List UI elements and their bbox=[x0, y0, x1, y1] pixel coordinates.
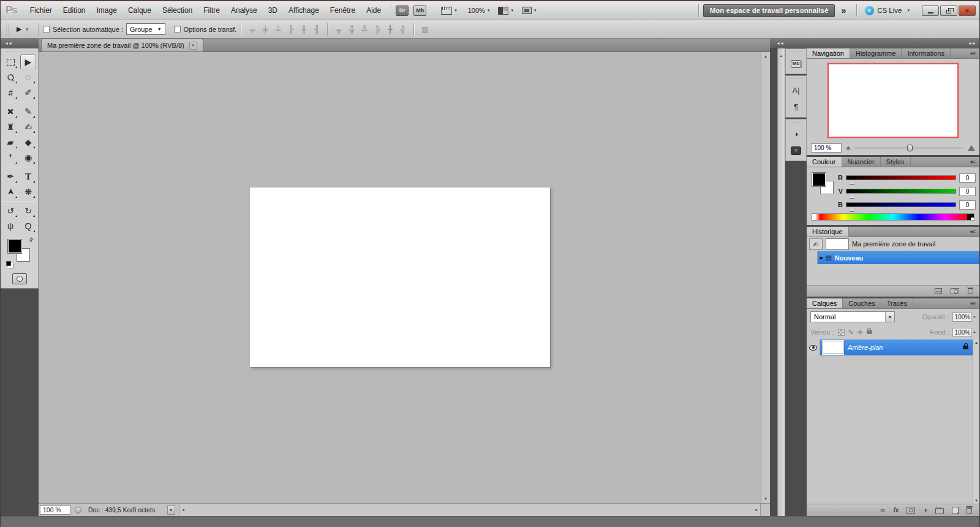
workspace-button[interactable]: Mon espace de travail personnalisé bbox=[703, 4, 835, 17]
close-button[interactable]: × bbox=[959, 6, 976, 16]
channel-value-r[interactable]: 0 bbox=[959, 173, 976, 183]
lock-position-icon[interactable]: ✛ bbox=[858, 329, 863, 336]
distribute-bottom-edges-icon[interactable]: ╩ bbox=[359, 25, 369, 34]
delete-layer-icon[interactable] bbox=[967, 507, 972, 514]
menu-selection[interactable]: Sélection bbox=[157, 4, 198, 17]
menu-image[interactable]: Image bbox=[91, 4, 123, 17]
screen-mode-button[interactable] bbox=[522, 7, 532, 14]
blend-mode-dropdown[interactable]: Normal ▼ bbox=[810, 311, 895, 322]
auto-select-dropdown[interactable]: Groupe ▼ bbox=[126, 23, 165, 35]
mini-bridge-panel-icon[interactable]: Mb bbox=[786, 55, 806, 72]
scroll-up-icon[interactable]: ▴ bbox=[764, 54, 767, 59]
tool-lasso[interactable]: Ϙ bbox=[2, 70, 18, 85]
history-brush-source-icon[interactable]: ✍ bbox=[809, 238, 823, 250]
chevron-down-icon[interactable]: ▾ bbox=[511, 8, 513, 13]
view-extras-button[interactable] bbox=[441, 7, 452, 15]
slider-thumb-icon[interactable] bbox=[850, 178, 854, 184]
restore-button[interactable] bbox=[940, 6, 957, 16]
slider-thumb-icon[interactable] bbox=[850, 192, 854, 198]
new-adjustment-layer-icon[interactable]: ◑ bbox=[923, 507, 927, 514]
lock-all-icon[interactable] bbox=[867, 330, 872, 334]
align-right-edges-icon[interactable]: ╢ bbox=[311, 25, 322, 34]
channel-slider-r[interactable] bbox=[846, 175, 956, 180]
distribute-top-edges-icon[interactable]: ╦ bbox=[333, 25, 344, 34]
slider-thumb-icon[interactable] bbox=[850, 205, 854, 211]
tab-couches[interactable]: Couches bbox=[843, 298, 881, 308]
layer-visibility-cell[interactable] bbox=[807, 339, 820, 355]
zoom-level-button[interactable]: 100% bbox=[468, 7, 485, 14]
lock-transparent-pixels-icon[interactable] bbox=[838, 329, 845, 336]
channel-slider-b[interactable] bbox=[846, 202, 956, 207]
current-tool-preset[interactable]: ▶ ▾ bbox=[13, 24, 34, 34]
tab-traces[interactable]: Tracés bbox=[881, 298, 913, 308]
tool-move[interactable]: ▶ bbox=[20, 55, 36, 69]
dock-strip-grip[interactable] bbox=[788, 51, 804, 53]
delete-state-icon[interactable] bbox=[968, 288, 973, 294]
launch-mini-bridge-button[interactable]: Mb bbox=[413, 6, 426, 16]
history-step-row[interactable]: ▶ ▤ Nouveau bbox=[807, 251, 979, 264]
default-colors-icon[interactable] bbox=[6, 261, 11, 266]
scroll-down-icon[interactable]: ▼ bbox=[974, 499, 978, 502]
distribute-left-edges-icon[interactable]: ╠ bbox=[372, 25, 382, 34]
menu-calque[interactable]: Calque bbox=[123, 4, 157, 17]
new-snapshot-icon[interactable] bbox=[951, 288, 959, 294]
swap-colors-icon[interactable]: ⇄ bbox=[28, 236, 35, 243]
tool-dodge[interactable]: ◉ bbox=[20, 150, 36, 165]
tool-3d-rotate[interactable]: ↺ bbox=[2, 203, 18, 218]
collapse-tools-bar[interactable]: ◄◄ bbox=[1, 39, 39, 48]
navigator-proxy-view[interactable] bbox=[827, 63, 959, 138]
tool-pen[interactable]: ✒ bbox=[2, 169, 18, 184]
masks-panel-icon[interactable]: ○ bbox=[786, 142, 806, 159]
layers-scrollbar[interactable]: ▲ ▼ bbox=[973, 339, 979, 504]
tab-histogramme[interactable]: Histogramme bbox=[850, 48, 902, 58]
channel-value-b[interactable]: 0 bbox=[959, 200, 976, 210]
lock-image-pixels-icon[interactable]: ✎ bbox=[848, 329, 854, 336]
distribute-right-edges-icon[interactable]: ╣ bbox=[398, 25, 408, 34]
history-snapshot-row[interactable]: ✍ Ma première zone de travail bbox=[807, 237, 979, 251]
tab-nuancier[interactable]: Nuancier bbox=[842, 157, 881, 167]
foreground-color-swatch[interactable] bbox=[812, 172, 826, 187]
dock-strip-grip[interactable] bbox=[788, 78, 804, 80]
tool-spot-healing-brush[interactable]: ✚ bbox=[2, 104, 18, 119]
dock-strip-grip[interactable] bbox=[788, 121, 804, 124]
cs-live-button[interactable]: ✳ CS Live ▾ bbox=[865, 6, 912, 15]
tool-3d-orbit[interactable]: ↻ bbox=[20, 203, 36, 218]
character-panel-icon[interactable]: A| bbox=[786, 82, 806, 99]
fill-spinner-icon[interactable]: ▸ bbox=[973, 330, 976, 335]
channel-slider-v[interactable] bbox=[846, 189, 956, 194]
tool-type[interactable]: T bbox=[20, 169, 36, 184]
minimize-button[interactable] bbox=[922, 6, 939, 16]
paragraph-panel-icon[interactable]: ¶ bbox=[786, 99, 806, 115]
quick-mask-button[interactable] bbox=[12, 273, 27, 284]
scroll-right-icon[interactable]: ▸ bbox=[755, 507, 758, 512]
panel-menu-icon[interactable]: ▾≡ bbox=[970, 157, 979, 167]
options-bar-grip[interactable] bbox=[6, 22, 10, 37]
panel-menu-icon[interactable]: ▾≡ bbox=[970, 48, 979, 58]
tool-path-selection[interactable]: ➤ bbox=[2, 184, 18, 199]
zoom-out-icon[interactable] bbox=[846, 146, 851, 150]
status-icon[interactable] bbox=[75, 507, 81, 514]
adjustments-panel-icon[interactable]: ◑ bbox=[786, 126, 806, 142]
tab-styles[interactable]: Styles bbox=[881, 157, 911, 167]
distribute-horizontal-centers-icon[interactable]: ╋ bbox=[385, 25, 395, 34]
tool-eyedropper[interactable]: ✐ bbox=[20, 85, 36, 100]
zoom-in-icon[interactable] bbox=[968, 145, 975, 151]
opacity-value[interactable]: 100% bbox=[952, 313, 972, 322]
navigator-zoom-slider[interactable] bbox=[855, 144, 963, 151]
align-horizontal-centers-icon[interactable]: ╫ bbox=[298, 25, 309, 34]
menu-aide[interactable]: Aide bbox=[361, 4, 386, 17]
opacity-field[interactable]: 100% ▸ bbox=[952, 313, 976, 322]
layer-style-icon[interactable]: fx bbox=[893, 507, 899, 514]
collapse-panels-bar[interactable]: ►► bbox=[807, 39, 979, 48]
tool-hand[interactable]: ψ bbox=[2, 219, 18, 233]
new-group-icon[interactable] bbox=[935, 508, 944, 514]
tab-navigation[interactable]: Navigation bbox=[807, 48, 850, 58]
tools-panel-grip[interactable] bbox=[3, 50, 36, 53]
layer-thumbnail[interactable] bbox=[823, 341, 843, 354]
layer-row-body[interactable]: Arrière-plan bbox=[820, 339, 979, 355]
dock-expander-strip[interactable]: ▴ bbox=[777, 48, 785, 516]
tool-crop[interactable]: ♯ bbox=[2, 85, 18, 100]
scroll-up-icon[interactable]: ▲ bbox=[974, 341, 978, 344]
menu-affichage[interactable]: Affichage bbox=[283, 4, 325, 17]
tab-calques[interactable]: Calques bbox=[807, 298, 843, 308]
